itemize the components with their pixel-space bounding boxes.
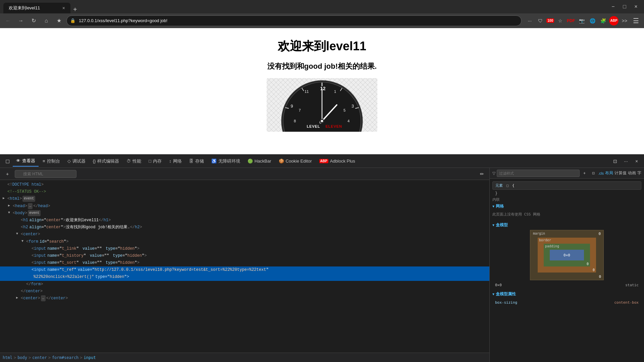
bookmark-button[interactable]: ★ [54,15,64,26]
new-tab-button[interactable]: + [70,6,80,13]
html-line-body[interactable]: ▼ <body> event [0,210,489,217]
devtools-tab-hackbar[interactable]: 🟢 HackBar [244,157,275,166]
cls-badge[interactable]: .cls [598,171,604,175]
breadcrumb-html[interactable]: html [3,355,12,360]
debugger-label: 调试器 [72,158,86,164]
devtools-tab-inspector[interactable]: 👁 查看器 [13,156,39,167]
grid-arrow-icon: ▼ [492,204,494,208]
breadcrumb-input[interactable]: input [84,355,96,360]
home-button[interactable]: ⌂ [41,15,52,26]
svg-text:7: 7 [299,108,301,112]
html-line-doctype[interactable]: <!DOCTYPE html> [0,181,489,188]
html-line-input-thistory[interactable]: <input name="t_history" value="" type="h… [0,252,489,259]
html-line-center[interactable]: ▼ <center> [0,231,489,238]
devtools-tab-style-editor[interactable]: {} 样式编辑器 [90,156,123,166]
close-button[interactable]: × [631,2,641,11]
extension-button[interactable]: 🧩 [598,16,608,25]
devtools-dock-button[interactable]: ⊡ [610,157,620,166]
html-line-input-tref-cont[interactable]: %22%20onclick=%22alert()" type="hidden" … [0,274,489,281]
html-search-input[interactable] [15,170,76,178]
html-line-center2[interactable]: ▶ <center> … </center> [0,295,489,302]
page-title: 欢迎来到level11 [278,38,366,55]
html-line-input-tlink[interactable]: <input name="t_link" value="" type="hidd… [0,245,489,252]
devtools-tab-console[interactable]: ≡ 控制台 [39,156,63,166]
html-line-head[interactable]: ▶ <head> … </head> [0,203,489,210]
console-label: 控制台 [47,158,60,164]
devtools-overflow-button[interactable]: ··· [621,157,631,166]
box-props-arrow-icon: ▼ [492,292,494,296]
toggle-classes-button[interactable]: ⊡ [590,170,597,177]
html-line-comment[interactable]: <!--STATUS OK--> [0,188,489,195]
add-node-button[interactable]: + [3,169,12,179]
breadcrumb-sep-3: > [48,355,51,360]
css-filter-input[interactable] [497,170,580,177]
tab-area: 欢迎来到level11 × + [3,0,602,13]
box-sizing-val: content-box [614,300,639,305]
overflow-button[interactable]: ··· [525,16,534,25]
html-line-center-close[interactable]: </center> [0,288,489,295]
devtools-close-button[interactable]: × [632,157,641,166]
devtools-tab-debugger[interactable]: ◇ 调试器 [64,156,89,166]
devtools-tab-performance[interactable]: ⏱ 性能 [123,156,145,166]
extensions-overflow-button[interactable]: >> [620,16,629,25]
html-line-h2[interactable]: <h2 align="center" > 没有找到和good job!相关的结果… [0,224,489,231]
grid-section-header[interactable]: ▼ 网格 [492,203,641,209]
add-rule-button[interactable]: + [581,170,588,177]
devtools-tab-adblock[interactable]: ABP Adblock Plus [316,157,359,166]
screenshot-button[interactable]: 📷 [577,16,586,25]
translate-button[interactable]: 🌐 [588,16,597,25]
back-button[interactable]: ← [3,15,13,26]
css-content-area: 元素 □ { } 内联 ▼ 网格 此页面上没有使用 CSS 网格 ▼ [490,179,644,362]
box-model-props-title: 盒模型属性 [496,291,516,297]
css-right-panel: ▽ + ⊡ .cls 布局 计算值 动画 字 元素 □ { [490,168,644,362]
animations-tab[interactable]: 动画 [628,170,636,176]
edit-html-button[interactable]: ✏ [477,169,487,179]
svg-text:4: 4 [347,119,350,123]
minimize-button[interactable]: − [608,2,618,11]
devtools-tab-storage[interactable]: 🗄 存储 [186,156,207,166]
pdf-button[interactable]: PDF [566,16,576,25]
hackbar-icon: 🟢 [248,159,253,164]
browser-tab-active[interactable]: 欢迎来到level11 × [3,3,70,13]
adblock-button[interactable]: ABP [609,16,619,25]
devtools-tab-memory[interactable]: □ 内存 [145,156,165,166]
main-menu-button[interactable]: ☰ [631,15,641,26]
html-line-form[interactable]: ▼ <form id="search" > [0,238,489,245]
shield-button[interactable]: 🛡 [536,16,545,25]
svg-text:11: 11 [305,89,309,94]
box-sizing-key: box-sizing [495,300,517,305]
breadcrumb-body[interactable]: body [17,355,27,360]
devtools-tab-accessibility[interactable]: ♿ 无障碍环境 [208,156,244,166]
element-selector-close: } [492,191,641,196]
reload-button[interactable]: ↻ [28,15,39,26]
margin-label: margin [533,232,545,235]
layout-tab[interactable]: 布局 [605,170,613,176]
breadcrumb-form[interactable]: form#search [52,355,78,360]
devtools-tab-cookie-editor[interactable]: 🍪 Cookie Editor [275,157,315,166]
border-label: border [539,238,551,242]
element-selector: 元素 □ { [492,181,641,190]
html-line-html[interactable]: ▶ <html> event [0,195,489,202]
fonts-tab[interactable]: 字 [637,170,641,176]
box-model-section-header[interactable]: ▼ 盒模型 [492,222,641,228]
html-line-input-tref[interactable]: <input name="t_ref" value="http://127.0.… [0,266,489,274]
tab-close-button[interactable]: × [62,5,65,11]
devtools-tabbar: ◻ 👁 查看器 ≡ 控制台 ◇ 调试器 {} 样式编辑器 ⏱ 性能 □ 内存 ↕… [0,155,644,168]
html-line-input-tsort[interactable]: <input name="t_sort" value="" type="hidd… [0,259,489,266]
adblock-icon: ABP [319,159,328,163]
devtools-inspector-toggle[interactable]: ◻ [3,157,12,166]
addon-badge: 100 [546,18,554,23]
bookmark-star-button[interactable]: ☆ [555,16,565,25]
maximize-button[interactable]: □ [620,2,629,11]
html-line-form-close[interactable]: </form> [0,281,489,288]
head-collapsed-badge: … [28,203,33,209]
computed-tab[interactable]: 计算值 [614,170,627,176]
expand-arrow: ▶ [3,196,6,201]
box-model-props-header[interactable]: ▼ 盒模型属性 [492,291,641,297]
breadcrumb-center[interactable]: center [32,355,47,360]
address-bar[interactable]: 🔒 127.0.0.1/xss/level11.php?keyword=good… [66,15,522,26]
memory-label: 内存 [153,158,162,164]
html-line-h1[interactable]: <h1 align="center" > 欢迎来到level11 </h1> [0,217,489,224]
forward-button[interactable]: → [15,15,26,26]
devtools-tab-network[interactable]: ↕ 网络 [166,156,185,166]
